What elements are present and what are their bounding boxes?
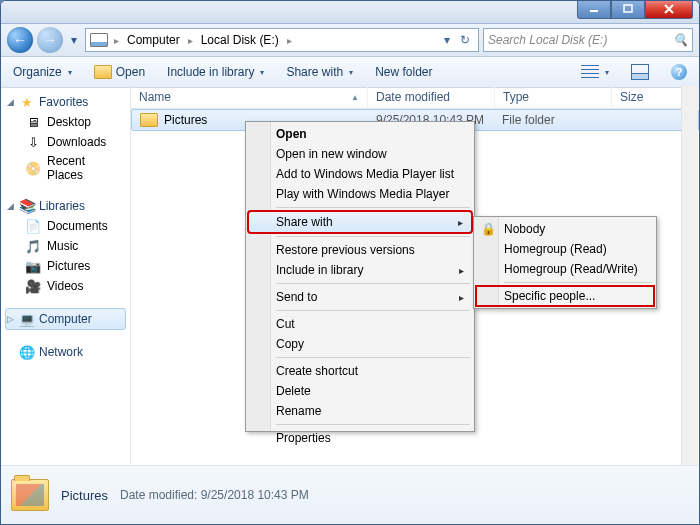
ctx-create-shortcut[interactable]: Create shortcut bbox=[248, 361, 472, 381]
ctx-include-library[interactable]: Include in library▸ bbox=[248, 260, 472, 280]
view-button[interactable]: ▾ bbox=[577, 63, 613, 81]
forward-button[interactable]: → bbox=[37, 27, 63, 53]
ctx-play-wmp[interactable]: Play with Windows Media Player bbox=[248, 184, 472, 204]
drive-icon bbox=[90, 33, 108, 47]
network-icon: 🌐 bbox=[19, 344, 35, 360]
include-library-button[interactable]: Include in library▾ bbox=[163, 63, 268, 81]
ctx-rename[interactable]: Rename bbox=[248, 401, 472, 421]
ctx-share-homegroup-rw[interactable]: Homegroup (Read/Write) bbox=[476, 259, 654, 279]
ctx-share-specific-people[interactable]: Specific people... bbox=[476, 286, 654, 306]
folder-open-icon bbox=[94, 65, 112, 79]
ctx-open[interactable]: Open bbox=[248, 124, 472, 144]
computer-icon: 💻 bbox=[19, 311, 35, 327]
star-icon: ★ bbox=[19, 94, 35, 110]
breadcrumb-sep: ▸ bbox=[186, 35, 195, 46]
sidebar-computer-header[interactable]: ▷💻Computer bbox=[5, 308, 126, 330]
nav-history-dropdown[interactable]: ▾ bbox=[67, 33, 81, 47]
sidebar-item-pictures[interactable]: 📷Pictures bbox=[5, 256, 126, 276]
organize-button[interactable]: Organize▾ bbox=[9, 63, 76, 81]
ctx-open-new-window[interactable]: Open in new window bbox=[248, 144, 472, 164]
sidebar: ◢★Favorites 🖥Desktop ⇩Downloads 📀Recent … bbox=[1, 86, 131, 474]
details-name: Pictures bbox=[61, 488, 108, 503]
sidebar-item-recent[interactable]: 📀Recent Places bbox=[5, 152, 126, 184]
sidebar-item-music[interactable]: 🎵Music bbox=[5, 236, 126, 256]
breadcrumb-drive[interactable]: Local Disk (E:) bbox=[199, 33, 281, 47]
ctx-add-wmp-list[interactable]: Add to Windows Media Player list bbox=[248, 164, 472, 184]
ctx-restore-versions[interactable]: Restore previous versions bbox=[248, 240, 472, 260]
music-icon: 🎵 bbox=[25, 238, 41, 254]
close-button[interactable] bbox=[645, 0, 693, 19]
ctx-send-to[interactable]: Send to▸ bbox=[248, 287, 472, 307]
explorer-window: ← → ▾ ▸ Computer ▸ Local Disk (E:) ▸ ▾ ↻… bbox=[0, 0, 700, 525]
toolbar: Organize▾ Open Include in library▾ Share… bbox=[1, 57, 699, 88]
view-icon bbox=[581, 65, 599, 79]
ctx-share-nobody[interactable]: 🔒Nobody bbox=[476, 219, 654, 239]
ctx-share-homegroup-read[interactable]: Homegroup (Read) bbox=[476, 239, 654, 259]
context-submenu-share: 🔒Nobody Homegroup (Read) Homegroup (Read… bbox=[473, 216, 657, 309]
ctx-properties[interactable]: Properties bbox=[248, 428, 472, 448]
ctx-share-with[interactable]: Share with▸ bbox=[248, 211, 472, 233]
col-type[interactable]: Type bbox=[495, 86, 612, 108]
ctx-delete[interactable]: Delete bbox=[248, 381, 472, 401]
minimize-button[interactable] bbox=[577, 0, 611, 19]
ctx-cut[interactable]: Cut bbox=[248, 314, 472, 334]
search-placeholder: Search Local Disk (E:) bbox=[488, 33, 607, 47]
folder-icon bbox=[140, 113, 158, 127]
libraries-icon: 📚 bbox=[19, 198, 35, 214]
sidebar-item-videos[interactable]: 🎥Videos bbox=[5, 276, 126, 296]
window-controls bbox=[577, 0, 693, 19]
share-with-button[interactable]: Share with▾ bbox=[282, 63, 357, 81]
videos-icon: 🎥 bbox=[25, 278, 41, 294]
search-icon: 🔍 bbox=[673, 33, 688, 47]
breadcrumb-computer[interactable]: Computer bbox=[125, 33, 182, 47]
address-bar[interactable]: ▸ Computer ▸ Local Disk (E:) ▸ ▾ ↻ bbox=[85, 28, 479, 52]
details-meta-value: 9/25/2018 10:43 PM bbox=[201, 488, 309, 502]
context-menu: Open Open in new window Add to Windows M… bbox=[245, 121, 475, 432]
downloads-icon: ⇩ bbox=[25, 134, 41, 150]
search-input[interactable]: Search Local Disk (E:) 🔍 bbox=[483, 28, 693, 52]
details-meta-label: Date modified: bbox=[120, 488, 197, 502]
sidebar-item-downloads[interactable]: ⇩Downloads bbox=[5, 132, 126, 152]
col-name[interactable]: Name▲ bbox=[131, 86, 368, 108]
file-name: Pictures bbox=[164, 113, 207, 127]
maximize-button[interactable] bbox=[611, 0, 645, 19]
details-folder-icon bbox=[11, 479, 49, 511]
address-dropdown-icon[interactable]: ▾ bbox=[438, 33, 456, 47]
file-type: File folder bbox=[494, 113, 610, 127]
refresh-icon[interactable]: ↻ bbox=[456, 33, 474, 47]
vertical-scrollbar[interactable] bbox=[681, 86, 698, 474]
nav-row: ← → ▾ ▸ Computer ▸ Local Disk (E:) ▸ ▾ ↻… bbox=[1, 24, 699, 57]
back-button[interactable]: ← bbox=[7, 27, 33, 53]
sidebar-favorites-header[interactable]: ◢★Favorites bbox=[5, 92, 126, 112]
breadcrumb-sep: ▸ bbox=[285, 35, 294, 46]
recent-icon: 📀 bbox=[25, 160, 41, 176]
breadcrumb-sep: ▸ bbox=[112, 35, 121, 46]
pane-icon bbox=[631, 64, 649, 80]
sidebar-item-documents[interactable]: 📄Documents bbox=[5, 216, 126, 236]
ctx-copy[interactable]: Copy bbox=[248, 334, 472, 354]
column-headers: Name▲ Date modified Type Size bbox=[131, 86, 699, 109]
help-button[interactable]: ? bbox=[667, 62, 691, 82]
svg-rect-1 bbox=[624, 5, 632, 12]
new-folder-button[interactable]: New folder bbox=[371, 63, 436, 81]
pictures-icon: 📷 bbox=[25, 258, 41, 274]
col-date[interactable]: Date modified bbox=[368, 86, 495, 108]
titlebar bbox=[1, 1, 699, 24]
lock-icon: 🔒 bbox=[481, 222, 496, 236]
help-icon: ? bbox=[671, 64, 687, 80]
open-button[interactable]: Open bbox=[90, 63, 149, 81]
documents-icon: 📄 bbox=[25, 218, 41, 234]
details-pane: Pictures Date modified: 9/25/2018 10:43 … bbox=[1, 465, 699, 524]
sidebar-libraries-header[interactable]: ◢📚Libraries bbox=[5, 196, 126, 216]
sidebar-item-desktop[interactable]: 🖥Desktop bbox=[5, 112, 126, 132]
sidebar-network-header[interactable]: 🌐Network bbox=[5, 342, 126, 362]
preview-pane-button[interactable] bbox=[627, 62, 653, 82]
desktop-icon: 🖥 bbox=[25, 114, 41, 130]
